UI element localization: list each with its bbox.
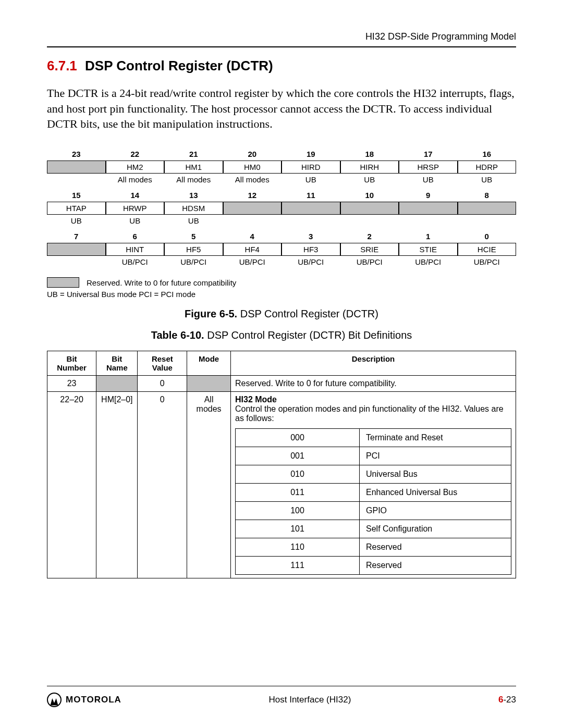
bit-mode-cell: UB (458, 174, 517, 186)
bit-name-cell: SRIE (340, 243, 399, 256)
bit-name-cell: STIE (399, 243, 458, 256)
bit-mode-cell: All modes (223, 174, 282, 186)
bit-number: 21 (164, 147, 223, 161)
table-row: 011Enhanced Universal Bus (236, 484, 511, 502)
cell-bit-number: 22–20 (47, 392, 96, 578)
bit-mode-cell: UB (282, 174, 340, 186)
desc-text: Control the operation modes and pin func… (235, 404, 504, 423)
col-mode: Mode (187, 351, 231, 376)
bit-name-cell: HTAP (47, 202, 106, 215)
cell-reset-value: 0 (138, 392, 187, 578)
bit-definitions-table: Bit Number Bit Name Reset Value Mode Des… (47, 351, 516, 578)
bit-mode-cell: UB/PCI (399, 256, 458, 268)
bit-mode-cell (399, 215, 458, 227)
mode-code: 011 (236, 484, 360, 502)
bit-mode-cell: All modes (106, 174, 165, 186)
bit-mode-cell: UB/PCI (340, 256, 399, 268)
cell-mode-reserved (187, 376, 231, 392)
bit-mode-cell: UB/PCI (458, 256, 517, 268)
bit-number: 4 (223, 230, 282, 243)
bit-mode-cell: UB (164, 215, 223, 227)
bit-number: 14 (106, 189, 165, 202)
section-title-text: DSP Control Register (DCTR) (85, 58, 273, 73)
bit-name-cell: HM0 (223, 161, 282, 174)
bit-number: 19 (282, 147, 340, 161)
bit-number: 3 (282, 230, 340, 243)
legend-reserved-row: Reserved. Write to 0 for future compatib… (47, 277, 516, 288)
bit-number: 22 (106, 147, 165, 161)
footer-chapter: 6 (498, 695, 503, 705)
section-heading: 6.7.1 DSP Control Register (DCTR) (47, 58, 516, 74)
bit-number: 13 (164, 189, 223, 202)
bit-name-cell: HF4 (223, 243, 282, 256)
page-footer: MOTOROLA Host Interface (HI32) 6-23 (47, 682, 516, 707)
desc-title: HI32 Mode (235, 395, 277, 404)
col-description: Description (231, 351, 516, 376)
bit-mode-cell: UB/PCI (106, 256, 165, 268)
bit-number: 15 (47, 189, 106, 202)
mode-label: Enhanced Universal Bus (360, 484, 511, 502)
register-layout: 2322212019181716HM2HM1HM0HIRDHIRHHRSPHDR… (47, 147, 516, 268)
header-rule (47, 46, 516, 47)
mode-label: Reserved (360, 538, 511, 557)
bit-name-cell (223, 202, 282, 215)
register-row: 15141312111098HTAPHRWPHDSMUBUBUB (47, 189, 516, 227)
mode-code: 111 (236, 557, 360, 575)
bit-number: 2 (340, 230, 399, 243)
bit-mode-cell (223, 215, 282, 227)
bit-number: 20 (223, 147, 282, 161)
bit-name-cell: HIRD (282, 161, 340, 174)
table-row: 001PCI (236, 447, 511, 465)
bit-number: 16 (458, 147, 517, 161)
bit-number: 18 (340, 147, 399, 161)
bit-number: 23 (47, 147, 106, 161)
bit-number: 12 (223, 189, 282, 202)
register-row: 76543210HINTHF5HF4HF3SRIESTIEHCIEUB/PCIU… (47, 230, 516, 268)
col-reset-value: Reset Value (138, 351, 187, 376)
bit-number: 8 (458, 189, 517, 202)
legend-swatch (47, 277, 79, 288)
table-row: 23 0 Reserved. Write to 0 for future com… (47, 376, 516, 392)
figure-caption-lead: Figure 6-5. (185, 308, 237, 319)
table-row: 010Universal Bus (236, 465, 511, 484)
table-caption-text: DSP Control Register (DCTR) Bit Definiti… (204, 329, 412, 341)
bit-mode-cell: UB (47, 215, 106, 227)
bit-number: 7 (47, 230, 106, 243)
bit-name-cell (340, 202, 399, 215)
section-number: 6.7.1 (47, 58, 77, 73)
bit-mode-cell: UB (399, 174, 458, 186)
table-row: 110Reserved (236, 538, 511, 557)
bit-name-cell: HM1 (164, 161, 223, 174)
cell-description: HI32 Mode Control the operation modes an… (231, 392, 516, 578)
footer-brand: MOTOROLA (66, 695, 121, 705)
mode-label: PCI (360, 447, 511, 465)
bit-name-cell: HRWP (106, 202, 165, 215)
bit-mode-cell: UB (106, 215, 165, 227)
figure-caption: Figure 6-5. DSP Control Register (DCTR) (47, 308, 516, 320)
mode-code: 100 (236, 502, 360, 520)
footer-rule (47, 686, 516, 686)
cell-bit-number: 23 (47, 376, 96, 392)
cell-bit-name-reserved (96, 376, 138, 392)
table-row: 000Terminate and Reset (236, 429, 511, 447)
bit-name-cell (458, 202, 517, 215)
bit-number: 5 (164, 230, 223, 243)
footer-page: -23 (503, 695, 516, 705)
footer-logo: MOTOROLA (47, 693, 121, 707)
bit-mode-cell: UB/PCI (164, 256, 223, 268)
bit-number: 11 (282, 189, 340, 202)
page: HI32 DSP-Side Programming Model 6.7.1 DS… (0, 0, 563, 728)
register-row: 2322212019181716HM2HM1HM0HIRDHIRHHRSPHDR… (47, 147, 516, 186)
motorola-icon (47, 693, 62, 707)
table-caption: Table 6-10. DSP Control Register (DCTR) … (47, 329, 516, 341)
bit-name-cell: HRSP (399, 161, 458, 174)
hi32-modes-subtable: 000Terminate and Reset001PCI010Universal… (235, 428, 511, 575)
bit-name-cell: HINT (106, 243, 165, 256)
mode-label: Universal Bus (360, 465, 511, 484)
footer-page-number: 6-23 (498, 695, 516, 705)
table-row: 100GPIO (236, 502, 511, 520)
bit-mode-cell (340, 215, 399, 227)
bit-name-cell: HIRH (340, 161, 399, 174)
col-bit-name: Bit Name (96, 351, 138, 376)
table-row: 101Self Configuration (236, 520, 511, 538)
